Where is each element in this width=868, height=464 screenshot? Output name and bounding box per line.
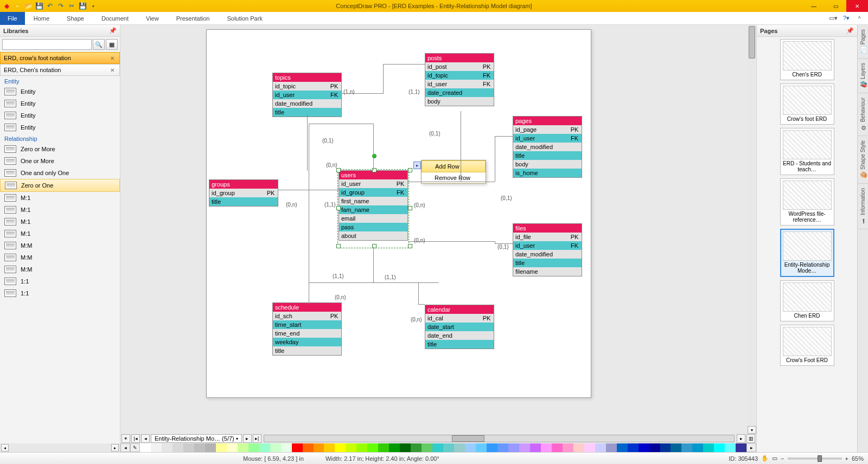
erd-table-calendar[interactable]: calendarid_calPKdate_startdate_endtitle — [425, 305, 494, 349]
page-thumbnail[interactable]: Chen's ERD — [780, 39, 834, 80]
zoom-in-icon[interactable]: + — [845, 455, 848, 462]
new-icon[interactable]: ▫ — [13, 2, 22, 10]
erd-table-files[interactable]: filesid_filePKid_userFKdate_modifiedtitl… — [513, 223, 582, 276]
color-swatch[interactable] — [639, 443, 649, 452]
erd-row[interactable]: id_pagePK — [513, 125, 582, 134]
erd-row[interactable]: date_start — [425, 323, 494, 331]
zoom-slider[interactable] — [788, 457, 842, 460]
color-swatch[interactable] — [227, 443, 238, 452]
zoom-slider-thumb[interactable] — [818, 455, 822, 462]
save-all-icon[interactable]: 💾 — [78, 2, 87, 10]
scroll-right-icon[interactable]: ▸ — [111, 444, 119, 452]
color-swatch[interactable] — [563, 443, 573, 452]
color-swatch[interactable] — [530, 443, 541, 452]
color-swatch[interactable] — [378, 443, 389, 452]
page-thumbnail[interactable]: Entity-Relationship Mode… — [780, 229, 834, 277]
tab-presentation[interactable]: Presentation — [168, 13, 219, 24]
library-item[interactable]: Entity — [0, 121, 120, 133]
color-swatch[interactable] — [465, 443, 476, 452]
page-thumbnail[interactable]: Crow's foot ERD — [780, 83, 834, 125]
zoom-percent[interactable]: 65% — [852, 455, 864, 462]
color-swatch[interactable] — [660, 443, 671, 452]
color-swatch[interactable] — [595, 443, 606, 452]
erd-table-groups[interactable]: groupsid_groupPKtitle — [209, 179, 278, 207]
erd-row[interactable]: id_userPK — [339, 179, 407, 188]
erd-row[interactable]: id_userFK — [513, 241, 582, 250]
library-grid-icon[interactable]: ▦ — [106, 39, 118, 50]
h-scrollbar[interactable] — [264, 435, 735, 442]
split-icon[interactable]: ▥ — [746, 434, 755, 443]
color-swatch[interactable] — [573, 443, 584, 452]
color-swatch[interactable] — [292, 443, 303, 452]
page-thumbnail[interactable]: ERD - Students and teach… — [780, 128, 834, 175]
libraries-h-scroll[interactable]: ◂ ▸ — [0, 443, 120, 452]
redo-icon[interactable]: ↷ — [56, 2, 65, 10]
color-swatch[interactable] — [714, 443, 725, 452]
color-swatch[interactable] — [400, 443, 411, 452]
color-swatch[interactable] — [422, 443, 432, 452]
page-first-icon[interactable]: |◂ — [131, 434, 140, 443]
help-icon[interactable]: ?▾ — [842, 14, 851, 23]
pin-icon[interactable]: 📌 — [109, 27, 117, 34]
color-swatch[interactable] — [541, 443, 552, 452]
color-swatch[interactable] — [183, 443, 194, 452]
library-item[interactable]: 1:1 — [0, 287, 120, 299]
library-item[interactable]: One or More — [0, 155, 120, 167]
minimize-button[interactable]: — — [803, 0, 825, 12]
library-item[interactable]: M:1 — [0, 228, 120, 240]
erd-row[interactable]: date_modified — [273, 99, 341, 108]
library-item[interactable]: Zero or More — [0, 143, 120, 155]
selection-handle[interactable] — [408, 168, 412, 172]
color-swatch[interactable] — [216, 443, 227, 452]
selection-handle[interactable] — [336, 206, 341, 210]
scrollbar-thumb[interactable] — [452, 435, 484, 442]
library-item[interactable]: Entity — [0, 98, 120, 109]
erd-table-users[interactable]: usersid_userPKid_groupFKfirst_namefam_na… — [339, 170, 408, 241]
tab-view[interactable]: View — [137, 13, 168, 24]
color-swatch[interactable] — [584, 443, 595, 452]
eyedropper-icon[interactable]: ✎ — [130, 443, 140, 452]
library-item[interactable]: M:1 — [0, 216, 120, 228]
erd-row[interactable]: fam_name — [339, 205, 407, 214]
selection-handle[interactable] — [336, 168, 341, 172]
erd-row[interactable]: time_end — [273, 329, 341, 338]
erd-row[interactable]: id_userFK — [513, 134, 582, 143]
erd-row[interactable]: filename — [513, 267, 582, 276]
undo-icon[interactable]: ↶ — [46, 2, 54, 10]
menu-add-row[interactable]: Add Row — [422, 160, 486, 172]
page-next-icon[interactable]: ▸ — [243, 434, 252, 443]
color-swatch[interactable] — [736, 443, 746, 452]
library-category-chen[interactable]: ERD, Chen's notation ✕ — [0, 64, 120, 76]
color-swatch[interactable] — [324, 443, 335, 452]
color-swatch[interactable] — [725, 443, 736, 452]
erd-row[interactable]: weekday — [273, 338, 341, 346]
color-swatch[interactable] — [519, 443, 530, 452]
library-item[interactable]: M:1 — [0, 192, 120, 204]
color-swatch[interactable] — [389, 443, 400, 452]
qat-dropdown-icon[interactable]: ▾ — [89, 2, 98, 10]
erd-row[interactable]: about — [339, 231, 407, 240]
erd-row[interactable]: title — [425, 340, 494, 349]
selection-handle[interactable] — [336, 244, 341, 248]
erd-row[interactable]: is_home — [513, 169, 582, 177]
color-swatch[interactable] — [628, 443, 639, 452]
erd-row[interactable]: date_modified — [513, 143, 582, 151]
tab-home[interactable]: Home — [25, 13, 58, 24]
collapse-ribbon-icon[interactable]: ^ — [855, 14, 864, 23]
close-icon[interactable]: ✕ — [108, 66, 116, 74]
close-icon[interactable]: ✕ — [108, 54, 116, 62]
erd-row[interactable]: title — [513, 259, 582, 267]
color-swatch[interactable] — [303, 443, 314, 452]
color-swatch[interactable] — [194, 443, 205, 452]
color-swatch[interactable] — [454, 443, 465, 452]
erd-row[interactable]: date_modified — [513, 250, 582, 259]
erd-table-schedule[interactable]: scheduleid_schPKtime_starttime_endweekda… — [272, 302, 342, 356]
color-swatch[interactable] — [617, 443, 628, 452]
save-icon[interactable]: 💾 — [35, 2, 43, 10]
page-last-icon[interactable]: ▸| — [253, 434, 261, 443]
color-swatch[interactable] — [692, 443, 703, 452]
side-tab-behaviour[interactable]: ⚙Behaviour — [858, 93, 868, 136]
scissors-icon[interactable]: ✂ — [67, 2, 76, 10]
library-item[interactable]: Entity — [0, 86, 120, 98]
erd-row[interactable]: time_start — [273, 320, 341, 329]
